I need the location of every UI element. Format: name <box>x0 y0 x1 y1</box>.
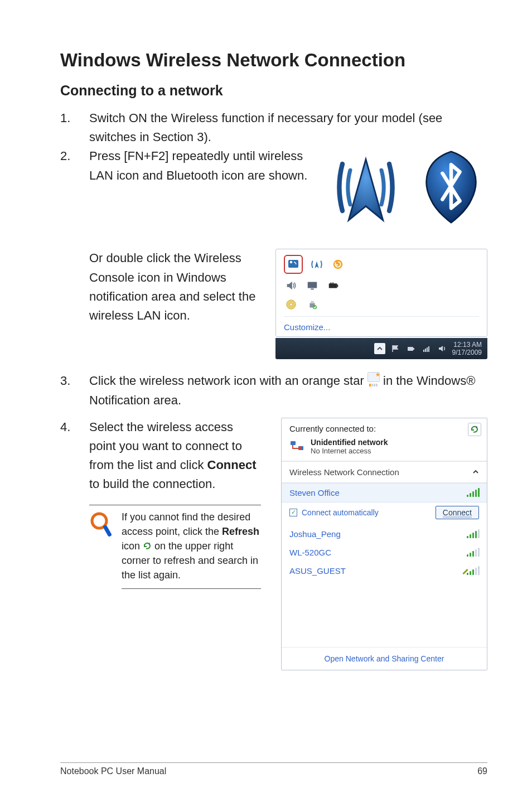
step-1-number: 1. <box>60 109 74 147</box>
notification-area-screenshot: Customize... 12:13 AM <box>275 249 487 359</box>
step-4-number: 4. <box>60 418 74 494</box>
wifi-item-label: Steven Office <box>289 488 340 497</box>
svg-rect-1 <box>288 260 298 268</box>
magnifier-tip-icon <box>89 510 114 588</box>
svg-rect-15 <box>423 350 424 352</box>
step-1-text: Switch ON the Wireless function if neces… <box>89 109 487 147</box>
svg-rect-21 <box>103 525 112 538</box>
wifi-item-label: WL-520GC <box>289 548 331 557</box>
svg-rect-22 <box>291 441 296 445</box>
collapse-chevron-icon[interactable] <box>472 467 479 477</box>
tray-clock[interactable]: 12:13 AM 9/17/2009 <box>452 341 482 357</box>
signal-bars-icon <box>467 529 479 538</box>
signal-bars-icon <box>467 488 479 497</box>
svg-marker-0 <box>349 160 383 220</box>
section-title: Connecting to a network <box>60 83 487 99</box>
tray-sound-icon[interactable] <box>437 343 448 354</box>
wireless-network-star-icon: ★ <box>367 372 380 382</box>
wifi-item-joshua-peng[interactable]: Joshua_Peng <box>282 525 487 543</box>
currently-connected-label: Currently connected to: <box>289 424 479 433</box>
monitor-icon[interactable] <box>305 278 320 293</box>
connect-button[interactable]: Connect <box>436 506 479 519</box>
page-title: Windows Wireless Network Connection <box>60 50 487 70</box>
wifi-item-wl520gc[interactable]: WL-520GC <box>282 543 487 562</box>
wireless-console-icon[interactable] <box>286 257 301 272</box>
step-2-text: Press [FN+F2] repeatedly until wireless … <box>89 147 316 185</box>
wireless-section-label: Wireless Network Connection <box>289 467 399 477</box>
svg-rect-5 <box>311 289 314 290</box>
update-shield-icon[interactable] <box>331 257 345 272</box>
tray-flag-icon[interactable] <box>390 343 401 354</box>
step-2-number: 2. <box>60 147 74 185</box>
footer-title: Notebook PC User Manual <box>60 766 166 776</box>
step-3-text: Click the wireless network icon with an … <box>89 371 487 409</box>
customize-link[interactable]: Customize... <box>284 316 479 332</box>
radio-tower-icon[interactable] <box>309 257 324 272</box>
svg-rect-18 <box>428 346 429 352</box>
wireless-ap-icon <box>327 148 405 229</box>
svg-point-9 <box>290 303 293 306</box>
lan-icon <box>289 439 305 453</box>
open-network-center-link[interactable]: Open Network and Sharing Center <box>282 647 487 670</box>
connect-auto-checkbox[interactable]: ✓ Connect automatically <box>289 508 379 517</box>
refresh-icon <box>143 540 152 549</box>
wifi-item-label: ASUS_GUEST <box>289 566 346 576</box>
refresh-button[interactable] <box>468 423 481 436</box>
tray-time: 12:13 AM <box>452 341 482 349</box>
svg-point-20 <box>95 517 99 520</box>
step-3-number: 3. <box>60 371 74 409</box>
usb-eject-icon[interactable] <box>305 297 320 312</box>
step-4-text: Select the wireless access point you wan… <box>89 418 261 494</box>
signal-bars-shield-icon <box>467 566 479 575</box>
svg-point-2 <box>290 261 292 263</box>
connect-auto-label: Connect automatically <box>302 508 379 517</box>
svg-rect-14 <box>413 348 414 350</box>
signal-bars-icon <box>467 548 479 557</box>
bluetooth-icon <box>415 147 487 230</box>
tray-date: 9/17/2009 <box>452 349 482 356</box>
wifi-item-label: Joshua_Peng <box>289 529 341 539</box>
svg-rect-11 <box>311 301 314 304</box>
svg-rect-4 <box>308 282 317 288</box>
step-2-or-text: Or double click the Wireless Console ico… <box>89 249 261 325</box>
wifi-flyout-screenshot: Currently connected to: Unidentified net… <box>281 418 487 670</box>
tray-power-icon[interactable] <box>405 343 417 354</box>
svg-rect-16 <box>425 349 426 352</box>
current-network-name: Unidentified network <box>311 438 388 447</box>
svg-rect-17 <box>427 347 428 352</box>
wifi-item-asus-guest[interactable]: ASUS_GUEST <box>282 562 487 580</box>
volume-icon[interactable] <box>284 278 298 293</box>
battery-plug-icon[interactable] <box>326 278 341 293</box>
current-network-status: No Internet access <box>311 447 388 455</box>
wifi-item-steven-office[interactable]: Steven Office <box>282 483 487 503</box>
tray-chevron-up-icon[interactable] <box>374 343 385 354</box>
svg-rect-7 <box>337 285 338 288</box>
page-number: 69 <box>477 766 487 776</box>
refresh-note-text: If you cannot find the desired access po… <box>122 510 261 588</box>
disc-icon[interactable] <box>284 297 298 312</box>
wireless-console-icon-circled <box>284 255 303 274</box>
tray-network-bars-icon[interactable] <box>421 343 432 354</box>
svg-rect-13 <box>408 347 413 351</box>
